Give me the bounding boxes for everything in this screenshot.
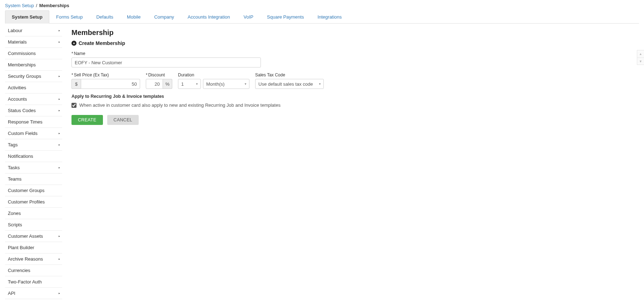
chevron-right-icon: ▸: [59, 132, 60, 135]
breadcrumb-root-link[interactable]: System Setup: [5, 3, 34, 8]
sidebar-item-security-groups[interactable]: Security Groups▸: [5, 71, 62, 82]
price-label-text: Sell Price (Ex Tax): [74, 72, 109, 77]
tab-system-setup[interactable]: System Setup: [5, 10, 49, 24]
percent-suffix: %: [163, 79, 172, 89]
tab-voip[interactable]: VoIP: [237, 10, 260, 23]
name-label: *Name: [71, 51, 639, 56]
sidebar-item-activities[interactable]: Activities: [5, 82, 62, 94]
section-title: Create Membership: [79, 40, 125, 46]
scroll-down-icon[interactable]: ▼: [637, 57, 644, 65]
sidebar-item-materials[interactable]: Materials▸: [5, 36, 62, 48]
sidebar-item-label: Materials: [8, 39, 27, 45]
breadcrumb-separator: /: [36, 3, 38, 8]
sidebar-item-label: Teams: [8, 176, 21, 182]
sidebar-item-zones[interactable]: Zones: [5, 208, 62, 219]
discount-label: *Discount: [146, 72, 172, 77]
page-title: Membership: [71, 29, 639, 37]
recurring-checkbox-label: When active in customer card also apply …: [79, 102, 281, 108]
sidebar-item-label: Zones: [8, 211, 21, 216]
tax-code-select[interactable]: Use default sales tax code ▼: [255, 79, 324, 89]
chevron-right-icon: ▸: [59, 166, 60, 169]
price-label: *Sell Price (Ex Tax): [71, 72, 140, 77]
main-tabs: System SetupForms SetupDefaultsMobileCom…: [5, 10, 639, 24]
duration-label: Duration: [178, 72, 249, 77]
sidebar-item-commissions[interactable]: Commissions: [5, 48, 62, 59]
duration-qty-select[interactable]: 1 ▼: [178, 79, 201, 89]
sidebar-item-label: Memberships: [8, 62, 36, 67]
sidebar-item-label: Tags: [8, 142, 18, 147]
sidebar-item-labour[interactable]: Labour▸: [5, 25, 62, 36]
chevron-right-icon: ▸: [59, 75, 60, 78]
sidebar-item-two-factor-auth[interactable]: Two-Factor Auth: [5, 276, 62, 288]
sidebar-item-customer-groups[interactable]: Customer Groups: [5, 185, 62, 196]
sidebar-item-label: Archive Reasons: [8, 256, 43, 262]
tab-mobile[interactable]: Mobile: [120, 10, 147, 23]
sidebar-item-label: Status Codes: [8, 108, 36, 113]
breadcrumb-current: Memberships: [39, 3, 69, 8]
sidebar-item-memberships[interactable]: Memberships: [5, 59, 62, 71]
sidebar-item-archive-reasons[interactable]: Archive Reasons▸: [5, 253, 62, 265]
sidebar-item-plant-builder[interactable]: Plant Builder: [5, 242, 62, 253]
chevron-down-icon: ▼: [244, 82, 247, 86]
tab-accounts-integration[interactable]: Accounts Integration: [181, 10, 237, 23]
sidebar-item-label: Custom Fields: [8, 131, 38, 136]
sidebar-item-label: API: [8, 291, 15, 296]
sidebar-item-label: Currencies: [8, 268, 30, 273]
scroll-hint-widget: ▲ ▼: [637, 50, 644, 65]
chevron-right-icon: ▸: [59, 235, 60, 238]
sidebar-item-teams[interactable]: Teams: [5, 173, 62, 185]
sidebar-item-response-times[interactable]: Response Times: [5, 116, 62, 128]
sidebar-item-label: Customer Profiles: [8, 199, 45, 205]
sidebar-item-tasks[interactable]: Tasks▸: [5, 162, 62, 173]
scroll-up-icon[interactable]: ▲: [637, 50, 644, 57]
sidebar-item-currencies[interactable]: Currencies: [5, 265, 62, 276]
recurring-checkbox-row[interactable]: When active in customer card also apply …: [71, 102, 639, 108]
name-input[interactable]: [71, 57, 261, 67]
plus-circle-icon: +: [71, 41, 76, 46]
breadcrumb: System Setup / Memberships: [0, 0, 644, 10]
sidebar-item-label: Labour: [8, 28, 22, 33]
sidebar-item-customer-profiles[interactable]: Customer Profiles: [5, 196, 62, 208]
sidebar: Labour▸Materials▸CommissionsMembershipsS…: [5, 24, 62, 299]
sidebar-item-label: Customer Assets: [8, 233, 43, 239]
chevron-right-icon: ▸: [59, 29, 60, 32]
sidebar-item-api[interactable]: API▸: [5, 288, 62, 299]
name-label-text: Name: [74, 51, 85, 56]
tax-code-value: Use default sales tax code: [258, 81, 313, 87]
duration-unit-value: Month(s): [206, 81, 224, 87]
tab-defaults[interactable]: Defaults: [89, 10, 120, 23]
price-input[interactable]: [81, 79, 140, 89]
chevron-down-icon: ▼: [195, 82, 198, 86]
sidebar-item-tags[interactable]: Tags▸: [5, 139, 62, 151]
tab-integrations[interactable]: Integrations: [311, 10, 348, 23]
sidebar-item-customer-assets[interactable]: Customer Assets▸: [5, 231, 62, 242]
chevron-down-icon: ▼: [318, 82, 321, 86]
sidebar-item-label: Commissions: [8, 51, 36, 56]
sidebar-item-label: Activities: [8, 85, 26, 90]
sidebar-item-label: Response Times: [8, 119, 43, 125]
sidebar-item-notifications[interactable]: Notifications: [5, 151, 62, 162]
sidebar-item-custom-fields[interactable]: Custom Fields▸: [5, 128, 62, 139]
sidebar-item-label: Tasks: [8, 165, 20, 170]
section-header: + Create Membership: [71, 40, 639, 46]
chevron-right-icon: ▸: [59, 97, 60, 101]
cancel-button[interactable]: CANCEL: [107, 115, 139, 125]
sidebar-item-label: Security Groups: [8, 74, 41, 79]
chevron-right-icon: ▸: [59, 40, 60, 44]
discount-input[interactable]: [146, 79, 163, 89]
recurring-checkbox[interactable]: [71, 103, 76, 108]
create-button[interactable]: CREATE: [71, 115, 103, 125]
recurring-heading: Apply to Recurring Job & Invoice templat…: [71, 94, 639, 99]
duration-unit-select[interactable]: Month(s) ▼: [203, 79, 249, 89]
tab-forms-setup[interactable]: Forms Setup: [49, 10, 89, 23]
chevron-right-icon: ▸: [59, 257, 60, 261]
tab-company[interactable]: Company: [147, 10, 181, 23]
sidebar-item-status-codes[interactable]: Status Codes▸: [5, 105, 62, 116]
sidebar-item-scripts[interactable]: Scripts: [5, 219, 62, 231]
tab-square-payments[interactable]: Square Payments: [260, 10, 311, 23]
chevron-right-icon: ▸: [59, 109, 60, 112]
required-mark: *: [146, 72, 148, 77]
sidebar-item-accounts[interactable]: Accounts▸: [5, 94, 62, 105]
tax-label: Sales Tax Code: [255, 72, 324, 77]
currency-prefix: $: [71, 79, 81, 89]
